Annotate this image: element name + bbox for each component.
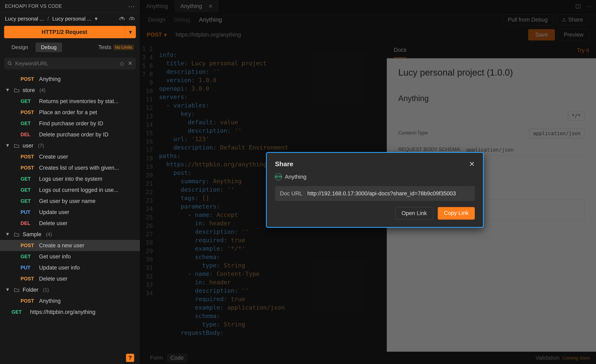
chevron-down-icon: ▾ bbox=[6, 142, 11, 148]
method-badge: POST bbox=[21, 298, 36, 304]
modal-close-button[interactable]: ✕ bbox=[469, 160, 475, 168]
method-badge: DEL bbox=[21, 220, 36, 226]
tree-folder[interactable]: ▾Sample(4) bbox=[0, 229, 140, 240]
more-icon[interactable]: ··· bbox=[586, 3, 591, 9]
sidebar-tab-tests[interactable]: Tests bbox=[98, 44, 112, 51]
tree-request[interactable]: GETLogs out current logged in use... bbox=[0, 184, 140, 196]
method-label: POST bbox=[147, 32, 162, 38]
folder-label: store bbox=[22, 87, 35, 94]
tree-request[interactable]: GETLogs user into the system bbox=[0, 173, 140, 184]
chevron-down-icon[interactable]: ▾ bbox=[95, 15, 98, 22]
tree-request[interactable]: DELDelete user bbox=[0, 218, 140, 229]
editor-tab-active[interactable]: Anything ✕ bbox=[174, 0, 219, 13]
method-badge: DEL bbox=[21, 132, 36, 138]
tree-request[interactable]: GETReturns pet inventories by stat... bbox=[0, 96, 140, 107]
extension-title: ECHOAPI FOR VS CODE bbox=[5, 3, 62, 9]
copy-link-button[interactable]: Copy Link bbox=[438, 207, 475, 220]
new-request-button[interactable]: HTTP1/2 Request ▾ bbox=[4, 26, 136, 38]
request-label: Logs out current logged in use... bbox=[39, 187, 118, 193]
content-type-value: application/json bbox=[529, 129, 584, 138]
tree-request[interactable]: PUTUpdate user info bbox=[0, 262, 140, 273]
request-label: Delete purchase order by ID bbox=[39, 131, 109, 138]
folder-icon bbox=[14, 143, 19, 148]
search-input[interactable] bbox=[15, 60, 118, 67]
doc-url-row: Doc URL http://192.168.0.17:3000/api-doc… bbox=[275, 186, 475, 201]
close-icon[interactable]: ✕ bbox=[208, 3, 213, 10]
tree-request[interactable]: POSTCreate user bbox=[0, 151, 140, 162]
chevron-down-icon: ▾ bbox=[6, 231, 11, 237]
bottom-tab-code[interactable]: Code bbox=[167, 354, 187, 362]
url-input[interactable]: https://httpbin.org/anything bbox=[171, 32, 526, 38]
tree-folder[interactable]: ▾Folder(1) bbox=[0, 284, 140, 295]
folder-label: Folder bbox=[22, 287, 38, 293]
search-icon bbox=[7, 61, 12, 66]
split-editor-icon[interactable] bbox=[575, 3, 581, 9]
editor-tab[interactable]: Anything bbox=[140, 0, 174, 13]
pin-icon[interactable]: ◇ bbox=[120, 60, 124, 67]
request-label: Update user bbox=[39, 209, 69, 216]
tree-request[interactable]: POSTCreates list of users with given... bbox=[0, 162, 140, 173]
bottom-tab-form[interactable]: Form bbox=[146, 354, 167, 362]
method-select[interactable]: POST ▾ bbox=[147, 30, 171, 40]
request-label: https://httpbin.org/anything bbox=[30, 309, 95, 315]
tree-request[interactable]: DELDelete purchase order by ID bbox=[0, 129, 140, 140]
tree-request[interactable]: POSTPlace an order for a pet bbox=[0, 107, 140, 118]
coming-soon-badge: Coming Soon bbox=[563, 355, 590, 361]
request-label: Returns pet inventories by stat... bbox=[39, 98, 119, 105]
breadcrumb: Lucy personal ... / Lucy personal ... ▾ bbox=[0, 13, 140, 25]
tree-folder[interactable]: ▾store(4) bbox=[0, 85, 140, 96]
try-it-button[interactable]: Try it bbox=[577, 47, 589, 54]
tree-request[interactable]: GETGet user by user name bbox=[0, 196, 140, 207]
editor-tab-label: Anything bbox=[180, 3, 202, 9]
extension-titlebar: ECHOAPI FOR VS CODE ··· bbox=[0, 0, 140, 13]
open-link-button[interactable]: Open Link bbox=[395, 207, 433, 220]
tree-request[interactable]: GETGet user info bbox=[0, 251, 140, 262]
tree-request[interactable]: GETFind purchase order by ID bbox=[0, 118, 140, 129]
breadcrumb-separator: / bbox=[47, 16, 49, 22]
doc-url-value[interactable]: http://192.168.0.17:3000/api-docs?share_… bbox=[307, 190, 456, 197]
docs-endpoint-title: Anything bbox=[398, 94, 584, 103]
search-box[interactable]: ◇ ✕ bbox=[4, 58, 136, 69]
method-badge: GET bbox=[21, 176, 36, 182]
folder-icon bbox=[14, 88, 19, 92]
tree-request[interactable]: POSTAnything bbox=[0, 73, 140, 85]
accept-chip: */* bbox=[568, 111, 584, 121]
cloud-upload-icon[interactable] bbox=[119, 16, 125, 21]
method-badge: GET bbox=[21, 98, 36, 104]
request-label: Get user info bbox=[39, 254, 71, 260]
breadcrumb-project[interactable]: Lucy personal ... bbox=[52, 16, 91, 22]
share-button[interactable]: Share bbox=[557, 14, 588, 25]
breadcrumb-workspace[interactable]: Lucy personal ... bbox=[5, 16, 44, 22]
validation-label: Validation bbox=[536, 355, 560, 361]
method-badge: POST bbox=[21, 154, 36, 160]
new-request-dropdown[interactable]: ▾ bbox=[125, 26, 136, 38]
sidebar-tab-debug[interactable]: Debug bbox=[36, 43, 62, 52]
save-button[interactable]: Save bbox=[528, 29, 555, 40]
tree-request[interactable]: POSTDelete user bbox=[0, 273, 140, 284]
share-icon bbox=[562, 18, 566, 22]
tree-folder[interactable]: ▾user(7) bbox=[0, 140, 140, 151]
folder-count: (4) bbox=[46, 232, 52, 237]
tree-request[interactable]: POSTCreate a new user bbox=[0, 240, 140, 251]
tree-request[interactable]: GEThttps://httpbin.org/anything bbox=[0, 306, 140, 318]
subtab-debug[interactable]: Debug bbox=[174, 17, 190, 23]
share-modal: Share ✕ HTTP Anything Doc URL http://192… bbox=[266, 152, 484, 228]
pull-from-debug-button[interactable]: Pull from Debug bbox=[503, 14, 553, 25]
tree-request[interactable]: PUTUpdate user bbox=[0, 207, 140, 218]
method-badge: PUT bbox=[21, 209, 36, 215]
new-request-label: HTTP1/2 Request bbox=[4, 29, 125, 35]
docs-tab[interactable]: Docs bbox=[394, 43, 407, 58]
request-label: Update user info bbox=[39, 265, 80, 271]
request-subtabs: Design Debug Anything Pull from Debug Sh… bbox=[140, 13, 596, 27]
request-label: Create user bbox=[39, 154, 68, 160]
cloud-download-icon[interactable] bbox=[129, 16, 135, 21]
tree-request[interactable]: POSTAnything bbox=[0, 295, 140, 306]
subtab-design[interactable]: Design bbox=[148, 17, 165, 23]
clear-icon[interactable]: ✕ bbox=[128, 60, 133, 67]
preview-button[interactable]: Preview bbox=[558, 29, 589, 41]
sidebar-tab-design[interactable]: Design bbox=[6, 43, 33, 52]
chevron-down-icon: ▾ bbox=[6, 87, 11, 93]
help-button[interactable]: ? bbox=[126, 354, 134, 362]
no-limits-badge: No Limits bbox=[113, 44, 134, 50]
more-icon[interactable]: ··· bbox=[128, 2, 135, 10]
